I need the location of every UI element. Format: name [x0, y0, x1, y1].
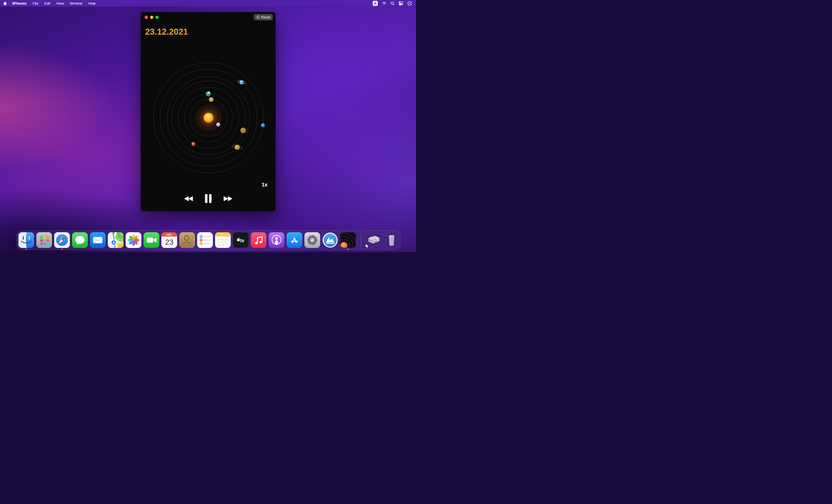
running-indicator [347, 249, 348, 250]
calendar-month: DEC [166, 233, 172, 236]
search-icon[interactable] [391, 1, 395, 5]
dock-trash-icon[interactable] [384, 232, 399, 248]
running-indicator [61, 249, 62, 250]
menu-edit[interactable]: Edit [41, 1, 53, 5]
dock-safari-icon[interactable] [54, 232, 70, 248]
rewind-button[interactable] [184, 196, 193, 201]
planet-venus [209, 97, 213, 102]
status-circle-icon[interactable] [407, 1, 412, 6]
mouse-cursor [365, 243, 370, 249]
menu-help[interactable]: Help [85, 1, 99, 5]
dock-8planets-icon[interactable] [340, 232, 356, 248]
orbit-neptune [153, 62, 264, 173]
dock-podcasts-icon[interactable] [269, 232, 284, 248]
dock: DEC 23 [17, 230, 400, 250]
pause-button[interactable] [205, 194, 211, 203]
dock-appstore-icon[interactable] [287, 232, 302, 248]
input-source-icon[interactable]: A [373, 1, 378, 6]
dock-tv-icon[interactable]: tv [233, 232, 249, 248]
dock-photos-icon[interactable] [126, 232, 141, 248]
apple-icon [3, 1, 7, 5]
desktop: 8Planets File Edit View Window Help A [0, 0, 416, 252]
fast-forward-icon [224, 196, 232, 201]
dock-reminders-icon[interactable] [197, 232, 213, 248]
planet-neptune [261, 124, 265, 128]
dock-contacts-icon[interactable] [179, 232, 195, 248]
dock-launchpad-icon[interactable] [36, 232, 52, 248]
planet-mars [191, 142, 196, 146]
app-window: Reset 23.12.2021 1x [140, 12, 276, 211]
planet-jupiter [240, 128, 246, 133]
menu-window[interactable]: Window [67, 1, 85, 5]
dock-facetime-icon[interactable] [144, 232, 159, 248]
dock-notes-icon[interactable] [215, 232, 231, 248]
menu-bar: 8Planets File Edit View Window Help A [0, 0, 416, 7]
control-center-icon[interactable] [399, 1, 403, 5]
wifi-alert-icon[interactable] [382, 1, 387, 5]
apple-menu[interactable] [0, 0, 9, 6]
menu-app-name[interactable]: 8Planets [9, 1, 29, 5]
solar-system [140, 12, 276, 211]
dock-settings-icon[interactable] [305, 232, 320, 248]
menu-view[interactable]: View [53, 1, 67, 5]
pause-icon [205, 194, 211, 203]
dock-mail-icon[interactable] [90, 232, 106, 248]
fast-forward-button[interactable] [224, 196, 232, 201]
menu-file[interactable]: File [29, 1, 41, 5]
tv-label: tv [240, 238, 244, 243]
dock-finder-icon[interactable] [19, 232, 34, 248]
dock-maps-icon[interactable] [108, 232, 124, 248]
dock-peaks-icon[interactable] [322, 232, 338, 248]
planet-mercury [216, 123, 220, 127]
planet-earth [206, 91, 211, 97]
running-indicator [26, 249, 27, 250]
dock-messages-icon[interactable] [72, 232, 88, 248]
dock-calendar-icon[interactable]: DEC 23 [161, 232, 177, 248]
dock-divider [361, 233, 361, 247]
dock-music-icon[interactable] [251, 232, 266, 248]
rewind-icon [184, 196, 193, 201]
playback-controls [140, 193, 276, 204]
speed-label: 1x [262, 182, 267, 188]
calendar-day: 23 [165, 238, 173, 246]
